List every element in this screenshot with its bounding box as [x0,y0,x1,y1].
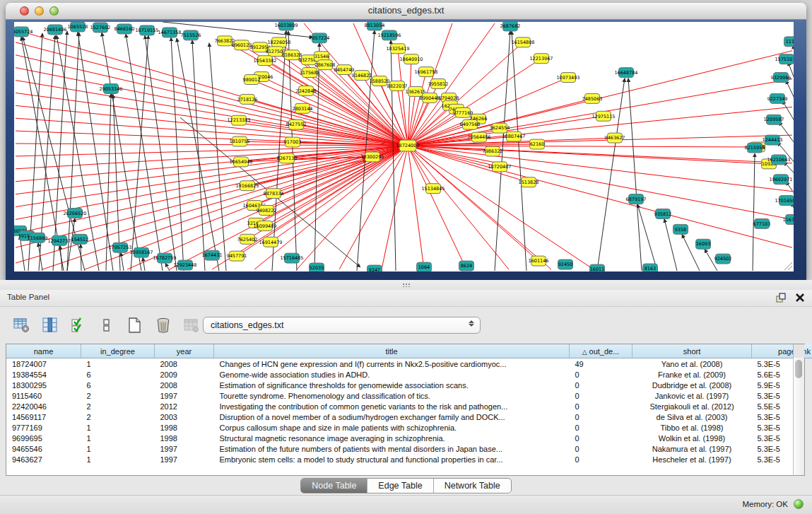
graph-node[interactable] [140,25,155,35]
table-row[interactable]: 1938455462009Genome-wide association stu… [6,369,812,380]
close-window-button[interactable] [20,6,29,16]
graph-node[interactable] [245,75,259,85]
minimize-window-button[interactable] [35,6,44,16]
graph-node[interactable] [503,22,518,31]
graph-node[interactable] [382,30,397,40]
graph-node[interactable] [365,152,380,162]
graph-node[interactable] [696,239,711,249]
graph-node[interactable] [52,235,67,245]
close-panel-icon[interactable] [795,293,805,303]
black-edge[interactable] [177,38,219,271]
graph-node[interactable] [656,209,671,219]
graph-node[interactable] [486,146,500,156]
black-edge[interactable] [786,81,794,106]
graph-node[interactable] [318,60,333,70]
graph-node[interactable] [558,259,573,269]
table-row[interactable]: 946554611997Estimation of the future num… [6,443,812,454]
graph-node[interactable] [643,264,658,271]
graph-node[interactable] [289,119,304,129]
graph-node[interactable] [264,237,278,247]
graph-node[interactable] [522,177,536,187]
graph-node[interactable] [755,218,770,228]
graph-node[interactable] [404,54,419,64]
graph-node[interactable] [240,181,255,191]
graph-node[interactable] [459,261,474,271]
graph-node[interactable] [417,262,432,271]
table-row[interactable]: 1456911722003Disruption of a novel membe… [6,411,812,422]
graph-node[interactable] [134,247,149,257]
graph-node[interactable] [73,234,88,244]
scrollbar-thumb[interactable] [795,360,802,378]
graph-node[interactable] [534,54,549,64]
graph-node[interactable] [302,68,317,78]
graph-node[interactable] [310,263,324,271]
table-row[interactable]: 911546021997Tourette syndrome. Phenomeno… [6,390,812,401]
graph-node[interactable] [240,234,255,244]
graph-node[interactable] [184,30,199,40]
graph-node[interactable] [355,71,370,81]
graph-node[interactable] [629,194,644,204]
black-edge[interactable] [597,78,625,271]
red-edge[interactable] [16,93,408,146]
graph-node[interactable] [596,111,611,121]
panel-splitter[interactable] [0,280,812,291]
graph-node[interactable] [367,265,382,271]
graph-node[interactable] [493,162,507,172]
graph-node[interactable] [372,76,387,86]
graph-node[interactable] [266,189,281,199]
graph-node[interactable] [531,256,546,266]
create-table-icon[interactable] [126,316,144,334]
graph-node[interactable] [463,119,478,129]
graph-node[interactable] [507,132,522,141]
graph-node[interactable] [431,79,446,89]
graph-node[interactable] [767,115,782,124]
graph-node[interactable] [104,84,119,94]
graph-node[interactable] [205,250,220,260]
column-header-name[interactable]: name [6,344,81,358]
red-edge[interactable] [408,146,758,147]
graph-node[interactable] [269,47,283,57]
graph-node[interactable] [232,115,247,125]
graph-node[interactable] [240,94,255,104]
float-panel-icon[interactable] [775,292,787,303]
resize-grip[interactable] [784,262,792,270]
graph-node[interactable] [408,86,423,96]
row-options-icon[interactable] [98,316,116,334]
graph-node[interactable] [765,135,780,145]
graph-node[interactable] [561,73,576,83]
graph-node[interactable] [48,25,63,35]
red-edge[interactable] [252,80,408,146]
graph-node[interactable] [608,133,623,143]
red-edge[interactable] [408,146,769,164]
delete-table-icon[interactable] [154,316,172,334]
graph-node[interactable] [218,36,233,46]
graph-node[interactable] [585,93,600,103]
graph-node[interactable] [748,143,763,153]
column-header-out_de[interactable]: △out_de... [570,344,632,358]
table-settings-icon[interactable] [13,316,31,334]
table-row[interactable]: 946362711997Embryonic stem cells: a mode… [6,454,812,465]
column-header-short[interactable]: short [632,344,752,358]
graph-node[interactable] [280,153,295,163]
graph-node[interactable] [390,81,405,91]
column-header-in_degree[interactable]: in_degree [81,344,155,358]
table-row[interactable]: 977716911998Corpus callosum shape and si… [6,422,812,433]
graph-node[interactable] [426,184,441,194]
black-edge[interactable] [782,100,794,127]
graph-node[interactable] [234,157,249,167]
red-edge[interactable] [339,146,408,269]
show-columns-icon[interactable] [41,316,59,334]
black-edge[interactable] [81,244,81,271]
column-header-year[interactable]: year [155,344,214,358]
graph-node[interactable] [163,28,177,37]
table-selector-dropdown[interactable]: citations_edges.txt [203,317,481,334]
red-edge[interactable] [265,61,408,146]
graph-node[interactable] [285,50,300,60]
graph-node[interactable] [235,40,249,50]
graph-node[interactable] [472,132,487,142]
graph-node[interactable] [117,24,132,34]
tab-network-table[interactable]: Network Table [434,479,511,493]
graph-node[interactable] [285,253,300,263]
black-edge[interactable] [192,40,205,271]
graph-node[interactable] [456,107,471,117]
